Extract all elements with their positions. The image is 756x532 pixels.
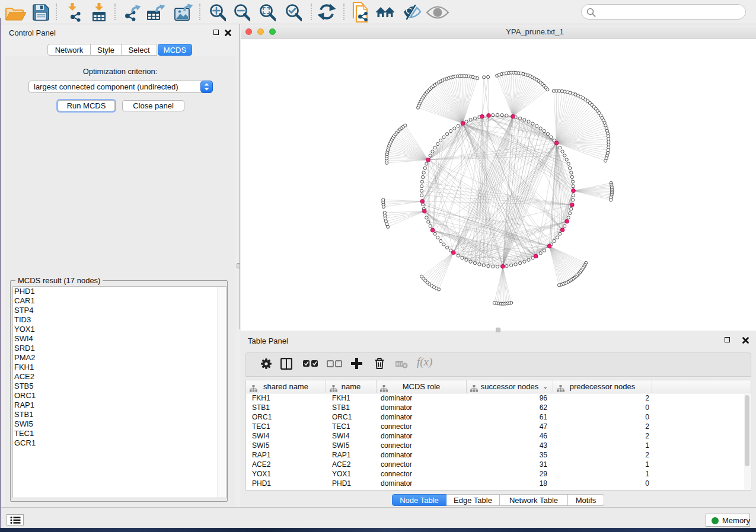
- svg-text:f(x): f(x): [417, 356, 432, 368]
